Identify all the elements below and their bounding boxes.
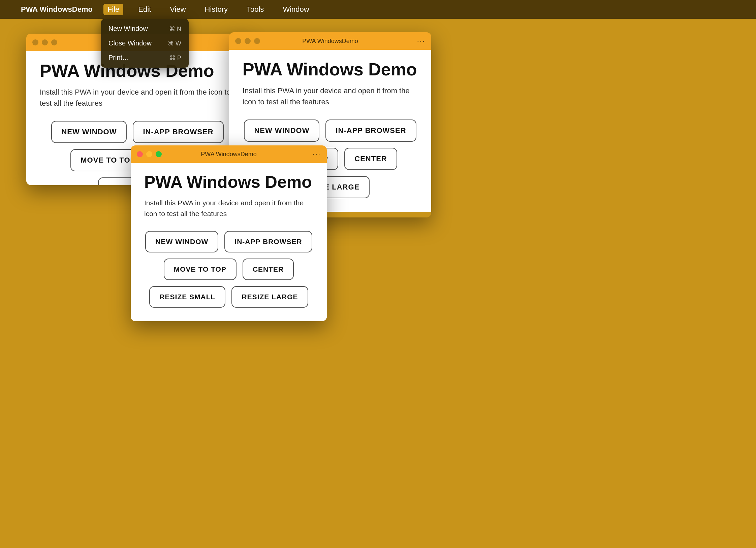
button-row-2-1: NEW WINDOW IN-APP BROWSER xyxy=(243,119,418,142)
menu-item-close-window[interactable]: Close Window ⌘ W xyxy=(101,36,189,50)
pwa-window-3: PWA WindowsDemo ··· PWA Windows Demo Ins… xyxy=(131,145,327,321)
btn-move-to-top-3[interactable]: MOVE TO TOP xyxy=(164,259,237,280)
button-row-3-1: NEW WINDOW IN-APP BROWSER xyxy=(144,231,313,252)
menu-history[interactable]: History xyxy=(201,4,232,15)
app-name: PWA WindowsDemo xyxy=(21,5,93,14)
btn-new-window-2[interactable]: NEW WINDOW xyxy=(244,119,319,142)
print-shortcut: ⌘ P xyxy=(169,54,181,62)
dot-green-2[interactable] xyxy=(254,38,260,44)
btn-new-window-3[interactable]: NEW WINDOW xyxy=(145,231,218,252)
pwa-description-1: Install this PWA in your device and open… xyxy=(40,87,235,109)
dot-yellow-1[interactable] xyxy=(42,39,48,45)
pwa-heading-2: PWA Windows Demo xyxy=(243,60,418,79)
menu-view[interactable]: View xyxy=(166,4,190,15)
button-row-3-3: RESIZE SMALL RESIZE LARGE xyxy=(144,286,313,308)
button-grid-3: NEW WINDOW IN-APP BROWSER MOVE TO TOP CE… xyxy=(144,231,313,308)
btn-in-app-browser-2[interactable]: IN-APP BROWSER xyxy=(325,119,416,142)
menu-edit[interactable]: Edit xyxy=(134,4,155,15)
btn-resize-small-3[interactable]: RESIZE SMALL xyxy=(149,286,225,308)
close-window-shortcut: ⌘ W xyxy=(168,40,181,47)
titlebar-2: PWA WindowsDemo ··· xyxy=(229,32,431,50)
dot-green-3[interactable] xyxy=(156,151,162,157)
pwa-description-2: Install this PWA in your device and open… xyxy=(243,85,418,107)
window-more-2[interactable]: ··· xyxy=(417,37,425,45)
window-dots-2 xyxy=(235,38,260,44)
window-content-3: PWA Windows Demo Install this PWA in you… xyxy=(131,163,327,321)
titlebar-3: PWA WindowsDemo ··· xyxy=(131,145,327,163)
button-row-3-2: MOVE TO TOP CENTER xyxy=(144,259,313,280)
menu-file[interactable]: File xyxy=(103,4,123,15)
window-title-2: PWA WindowsDemo xyxy=(302,38,358,45)
btn-center-2[interactable]: CENTER xyxy=(344,148,397,170)
menubar: PWA WindowsDemo File Edit View History T… xyxy=(0,0,756,19)
btn-in-app-browser-1[interactable]: IN-APP BROWSER xyxy=(133,121,223,143)
menu-item-print[interactable]: Print… ⌘ P xyxy=(101,50,189,65)
btn-in-app-browser-3[interactable]: IN-APP BROWSER xyxy=(224,231,312,252)
menu-tools[interactable]: Tools xyxy=(243,4,268,15)
new-window-shortcut: ⌘ N xyxy=(169,25,181,33)
window-more-3[interactable]: ··· xyxy=(313,150,321,159)
window-title-3: PWA WindowsDemo xyxy=(201,151,256,158)
btn-new-window-1[interactable]: NEW WINDOW xyxy=(51,121,127,143)
menu-window[interactable]: Window xyxy=(279,4,313,15)
file-dropdown-menu: New Window ⌘ N Close Window ⌘ W Print… ⌘… xyxy=(101,19,189,68)
btn-resize-large-3[interactable]: RESIZE LARGE xyxy=(231,286,308,308)
dot-yellow-3[interactable] xyxy=(146,151,152,157)
window-dots-1 xyxy=(32,39,57,45)
pwa-description-3: Install this PWA in your device and open… xyxy=(144,198,313,219)
dot-red-3[interactable] xyxy=(137,151,143,157)
dot-red-2[interactable] xyxy=(235,38,241,44)
new-window-label: New Window xyxy=(108,25,148,33)
pwa-heading-3: PWA Windows Demo xyxy=(144,173,313,192)
close-window-label: Close Window xyxy=(108,39,152,47)
button-row-1-1: NEW WINDOW IN-APP BROWSER xyxy=(40,121,235,143)
dot-green-1[interactable] xyxy=(51,39,57,45)
menu-item-new-window[interactable]: New Window ⌘ N xyxy=(101,22,189,36)
btn-center-3[interactable]: CENTER xyxy=(243,259,294,280)
print-label: Print… xyxy=(108,54,129,62)
window-dots-3 xyxy=(137,151,162,157)
dot-yellow-2[interactable] xyxy=(245,38,251,44)
dot-red-1[interactable] xyxy=(32,39,38,45)
